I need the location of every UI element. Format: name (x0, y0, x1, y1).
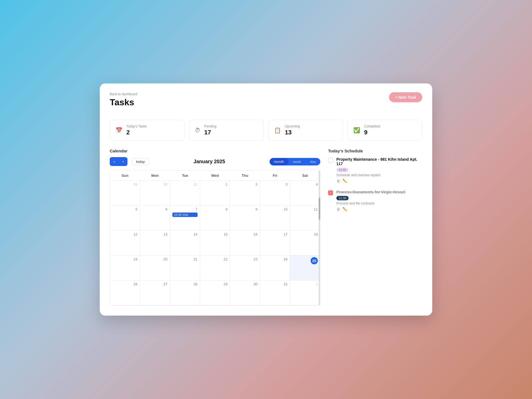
cal-cell[interactable]: 710:30 Visit (170, 206, 200, 231)
calendar-nav: ‹ › (110, 157, 127, 166)
cal-cell[interactable]: 27 (140, 280, 170, 305)
cal-cell[interactable]: 20 (140, 255, 170, 280)
cal-cell[interactable]: 15 (200, 231, 230, 255)
cal-day-header-sun: Sun (110, 171, 140, 181)
cal-date-num: 31 (262, 282, 287, 286)
cal-cell[interactable]: 29 (110, 181, 140, 206)
schedule-section-title: Today's Schedule (328, 149, 422, 153)
cal-date-num: 14 (172, 232, 198, 236)
todays-tasks-value: 2 (126, 129, 147, 136)
cal-date-num: 2 (232, 182, 257, 186)
cal-cell[interactable]: 3 (260, 181, 290, 206)
main-content: Calendar ‹ › today January 2025 month we… (110, 149, 422, 306)
cal-day-header-wed: Wed (200, 171, 230, 181)
cal-date-num: 15 (202, 232, 227, 236)
upcoming-icon: 📋 (274, 127, 281, 134)
cal-day-header-tue: Tue (170, 171, 200, 181)
cal-cell[interactable]: 11 (290, 206, 320, 231)
back-link[interactable]: Back to dashboard (110, 92, 137, 96)
cal-cell[interactable]: 4 (290, 181, 320, 206)
cal-cell[interactable]: 31 (260, 280, 290, 305)
task-edit-1[interactable]: ✏️ (342, 179, 347, 183)
cal-date-num: 19 (112, 257, 137, 261)
upcoming-value: 13 (285, 129, 300, 136)
task-delete-1[interactable]: 🗑 (336, 179, 340, 183)
cal-date-num: 20 (142, 257, 167, 261)
cal-view-week-button[interactable]: week (288, 158, 306, 165)
cal-date-num: 22 (202, 257, 227, 261)
schedule-item-1: Property Maintenance - 981 Kihn Island A… (328, 157, 422, 183)
cal-cell[interactable]: 6 (140, 206, 170, 231)
cal-cell[interactable]: 18 (290, 231, 320, 255)
task-actions-2: 🗑✏️ (336, 207, 405, 211)
cal-cell[interactable]: 31 (170, 181, 200, 206)
cal-today-button[interactable]: today (132, 158, 149, 165)
task-title-2: Process Documents for Virgie Hessel (336, 190, 405, 194)
task-actions-1: 🗑✏️ (336, 179, 422, 183)
cal-date-num: 13 (142, 232, 167, 236)
upcoming-label: Upcoming (285, 124, 300, 128)
cal-cell[interactable]: 1 (200, 181, 230, 206)
cal-cell[interactable]: 8 (200, 206, 230, 231)
calendar-header-row: SunMonTueWedThuFriSat (110, 171, 320, 181)
cal-cell[interactable]: 2 (230, 181, 260, 206)
cal-date-num: 1 (292, 282, 318, 286)
cal-prev-button[interactable]: ‹ (110, 157, 119, 166)
todays-tasks-label: Today's Tasks (126, 124, 147, 128)
cal-cell[interactable]: 17 (260, 231, 290, 255)
cal-cell[interactable]: 25 (290, 255, 320, 280)
cal-cell[interactable]: 16 (230, 231, 260, 255)
cal-cell[interactable]: 23 (230, 255, 260, 280)
cal-date-num: 7 (172, 207, 198, 211)
cal-cell[interactable]: 9 (230, 206, 260, 231)
cal-cell[interactable]: 30 (230, 280, 260, 305)
cal-cell[interactable]: 1 (290, 280, 320, 305)
cal-cell[interactable]: 26 (110, 280, 140, 305)
cal-cell[interactable]: 5 (110, 206, 140, 231)
cal-date-num: 5 (112, 207, 137, 211)
pending-icon: ⏱ (195, 127, 200, 134)
cal-date-num: 26 (112, 282, 137, 286)
cal-cell[interactable]: 12 (110, 231, 140, 255)
cal-next-button[interactable]: › (119, 157, 127, 166)
cal-cell[interactable]: 30 (140, 181, 170, 206)
pending-label: Pending (204, 124, 216, 128)
todays-tasks-icon: 📅 (116, 127, 122, 134)
scrollbar[interactable] (319, 170, 320, 306)
cal-view-month-button[interactable]: month (270, 158, 288, 165)
page-title: Tasks (110, 97, 137, 108)
cal-event[interactable]: 10:30 Visit (172, 213, 198, 217)
scrollbar-thumb[interactable] (319, 198, 320, 220)
cal-date-num: 16 (232, 232, 257, 236)
cal-cell[interactable]: 14 (170, 231, 200, 255)
cal-date-num: 29 (112, 182, 137, 186)
cal-cell[interactable]: 19 (110, 255, 140, 280)
cal-view-day-button[interactable]: day (306, 158, 320, 165)
new-task-button[interactable]: + New Task (389, 92, 422, 102)
cal-cell[interactable]: 22 (200, 255, 230, 280)
today-badge: 25 (311, 257, 318, 264)
cal-date-num: 6 (142, 207, 167, 211)
task-checkbox-1[interactable] (328, 158, 333, 163)
cal-cell[interactable]: 13 (140, 231, 170, 255)
cal-cell[interactable]: 28 (170, 280, 200, 305)
task-checkbox-2[interactable] (328, 190, 333, 195)
cal-date-num: 9 (232, 207, 257, 211)
calendar-section-title: Calendar (110, 149, 320, 153)
cal-cell[interactable]: 21 (170, 255, 200, 280)
schedule-item-2: Process Documents for Virgie Hessel11:30… (328, 190, 422, 211)
cal-date-num: 23 (232, 257, 257, 261)
task-desc-2: Process and file contracts (336, 201, 405, 205)
cal-cell[interactable]: 10 (260, 206, 290, 231)
cal-day-header-sat: Sat (290, 171, 320, 181)
cal-date-num: 18 (292, 232, 318, 236)
cal-date-num: 1 (202, 182, 227, 186)
task-info-2: Process Documents for Virgie Hessel11:30… (336, 190, 405, 211)
cal-cell[interactable]: 29 (200, 280, 230, 305)
task-desc-1: Schedule and oversee repairs (336, 173, 422, 177)
task-edit-2[interactable]: ✏️ (342, 207, 347, 211)
completed-value: 9 (364, 129, 380, 136)
task-delete-2[interactable]: 🗑 (336, 207, 340, 211)
cal-cell[interactable]: 24 (260, 255, 290, 280)
calendar-grid: SunMonTueWedThuFriSat 293031123456710:30… (110, 170, 320, 306)
